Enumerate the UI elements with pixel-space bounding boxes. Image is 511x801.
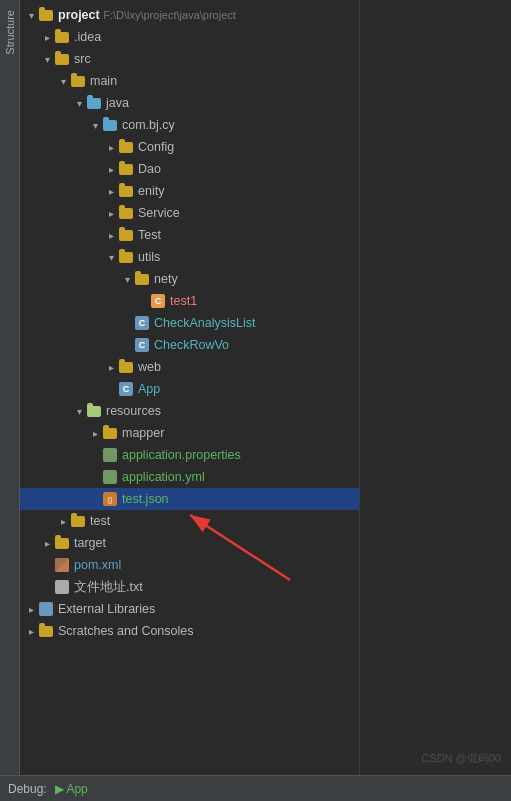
- icon-external-libs: [38, 601, 54, 617]
- tree-arrow-com.bj.cy: ▾: [88, 120, 102, 131]
- icon-java: [86, 95, 102, 111]
- tree-item-project[interactable]: ▾project F:\D\lxy\project\java\project: [20, 4, 359, 26]
- tree-arrow-scratches: ▸: [24, 626, 38, 637]
- tree-item-App[interactable]: CApp: [20, 378, 359, 400]
- icon-application.yml: [102, 469, 118, 485]
- tree-arrow-src: ▾: [40, 54, 54, 65]
- tree-item-Config[interactable]: ▸Config: [20, 136, 359, 158]
- label-CheckRowVo: CheckRowVo: [154, 338, 229, 352]
- icon-utils: [118, 249, 134, 265]
- tree-item-CheckAnalysisList[interactable]: CCheckAnalysisList: [20, 312, 359, 334]
- tree-item-nety[interactable]: ▾nety: [20, 268, 359, 290]
- tree-item-Dao[interactable]: ▸Dao: [20, 158, 359, 180]
- label-enity: enity: [138, 184, 164, 198]
- label-project: project F:\D\lxy\project\java\project: [58, 8, 236, 22]
- label-Service: Service: [138, 206, 180, 220]
- tree-item-external-libs[interactable]: ▸External Libraries: [20, 598, 359, 620]
- label-application.properties: application.properties: [122, 448, 241, 462]
- label-Dao: Dao: [138, 162, 161, 176]
- icon-idea: [54, 29, 70, 45]
- tree-arrow-resources: ▾: [72, 406, 86, 417]
- tree-item-test.json[interactable]: {}test.json: [20, 488, 359, 510]
- label-idea: .idea: [74, 30, 101, 44]
- tree-container: ▾project F:\D\lxy\project\java\project▸.…: [20, 0, 359, 646]
- tree-item-web[interactable]: ▸web: [20, 356, 359, 378]
- icon-test.json: {}: [102, 491, 118, 507]
- tree-arrow-Service: ▸: [104, 208, 118, 219]
- label-com.bj.cy: com.bj.cy: [122, 118, 175, 132]
- tree-item-pom.xml[interactable]: pom.xml: [20, 554, 359, 576]
- tree-item-scratches[interactable]: ▸Scratches and Consoles: [20, 620, 359, 642]
- tree-item-com.bj.cy[interactable]: ▾com.bj.cy: [20, 114, 359, 136]
- tree-arrow-main: ▾: [56, 76, 70, 87]
- tree-arrow-enity: ▸: [104, 186, 118, 197]
- debug-label: Debug:: [8, 782, 47, 796]
- label-scratches: Scratches and Consoles: [58, 624, 194, 638]
- tree-item-Service[interactable]: ▸Service: [20, 202, 359, 224]
- tree-item-main[interactable]: ▾main: [20, 70, 359, 92]
- tree-item-application.yml[interactable]: application.yml: [20, 466, 359, 488]
- label-file-addr: 文件地址.txt: [74, 579, 143, 596]
- icon-test1: C: [150, 293, 166, 309]
- tree-arrow-idea: ▸: [40, 32, 54, 43]
- icon-target: [54, 535, 70, 551]
- label-target: target: [74, 536, 106, 550]
- icon-Test: [118, 227, 134, 243]
- tree-arrow-external-libs: ▸: [24, 604, 38, 615]
- label-nety: nety: [154, 272, 178, 286]
- icon-main: [70, 73, 86, 89]
- icon-com.bj.cy: [102, 117, 118, 133]
- icon-Dao: [118, 161, 134, 177]
- label-java: java: [106, 96, 129, 110]
- tree-item-utils[interactable]: ▾utils: [20, 246, 359, 268]
- tree-item-application.properties[interactable]: application.properties: [20, 444, 359, 466]
- tree-item-java[interactable]: ▾java: [20, 92, 359, 114]
- icon-pom.xml: [54, 557, 70, 573]
- tree-arrow-utils: ▾: [104, 252, 118, 263]
- label-test1: test1: [170, 294, 197, 308]
- icon-CheckAnalysisList: C: [134, 315, 150, 331]
- label-pom.xml: pom.xml: [74, 558, 121, 572]
- icon-nety: [134, 271, 150, 287]
- label-mapper: mapper: [122, 426, 164, 440]
- tree-arrow-test: ▸: [56, 516, 70, 527]
- tree-item-enity[interactable]: ▸enity: [20, 180, 359, 202]
- tree-item-test1[interactable]: Ctest1: [20, 290, 359, 312]
- tree-arrow-nety: ▾: [120, 274, 134, 285]
- tree-item-mapper[interactable]: ▸mapper: [20, 422, 359, 444]
- structure-tab[interactable]: Structure: [2, 0, 18, 65]
- tree-item-file-addr[interactable]: 文件地址.txt: [20, 576, 359, 598]
- left-sidebar-tabs: Structure: [0, 0, 20, 775]
- icon-test: [70, 513, 86, 529]
- icon-CheckRowVo: C: [134, 337, 150, 353]
- icon-src: [54, 51, 70, 67]
- tree-arrow-web: ▸: [104, 362, 118, 373]
- tree-item-Test[interactable]: ▸Test: [20, 224, 359, 246]
- label-src: src: [74, 52, 91, 66]
- label-test: test: [90, 514, 110, 528]
- tree-item-test[interactable]: ▸test: [20, 510, 359, 532]
- label-utils: utils: [138, 250, 160, 264]
- label-Config: Config: [138, 140, 174, 154]
- label-web: web: [138, 360, 161, 374]
- icon-scratches: [38, 623, 54, 639]
- tree-item-resources[interactable]: ▾resources: [20, 400, 359, 422]
- tree-arrow-target: ▸: [40, 538, 54, 549]
- icon-project: [38, 7, 54, 23]
- tree-item-idea[interactable]: ▸.idea: [20, 26, 359, 48]
- tree-item-src[interactable]: ▾src: [20, 48, 359, 70]
- tree-arrow-Test: ▸: [104, 230, 118, 241]
- tree-arrow-Dao: ▸: [104, 164, 118, 175]
- tree-arrow-mapper: ▸: [88, 428, 102, 439]
- tree-arrow-project: ▾: [24, 10, 38, 21]
- tree-item-target[interactable]: ▸target: [20, 532, 359, 554]
- bottom-bar: Debug: ▶ App: [0, 775, 511, 801]
- tree-arrow-Config: ▸: [104, 142, 118, 153]
- tree-item-CheckRowVo[interactable]: CCheckRowVo: [20, 334, 359, 356]
- icon-mapper: [102, 425, 118, 441]
- icon-Service: [118, 205, 134, 221]
- app-run-label[interactable]: ▶ App: [55, 782, 88, 796]
- label-resources: resources: [106, 404, 161, 418]
- icon-App: C: [118, 381, 134, 397]
- label-CheckAnalysisList: CheckAnalysisList: [154, 316, 255, 330]
